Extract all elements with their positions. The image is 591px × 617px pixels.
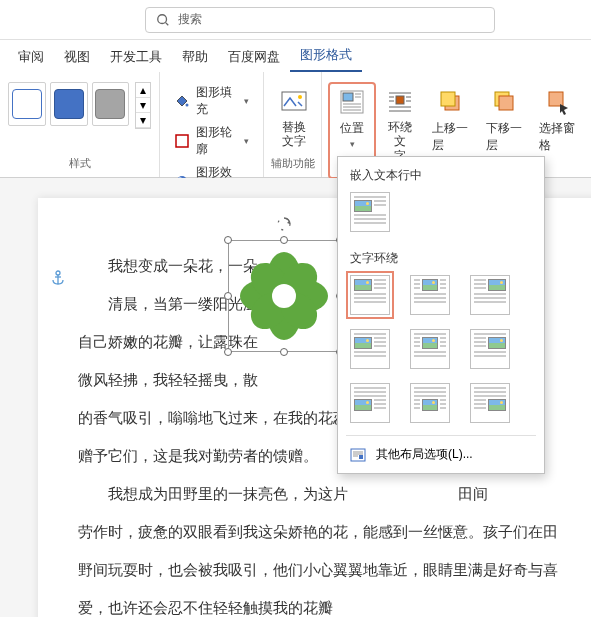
alt-text-icon bbox=[280, 88, 308, 116]
flower-shape-icon bbox=[234, 246, 334, 346]
dd-section-wrap: 文字环绕 bbox=[338, 240, 544, 275]
anchor-icon bbox=[50, 270, 66, 286]
selection-pane-icon bbox=[544, 88, 572, 116]
svg-rect-24 bbox=[441, 92, 455, 106]
resize-handle-bl[interactable] bbox=[224, 348, 232, 356]
group-label-accessibility: 辅助功能 bbox=[270, 154, 315, 173]
svg-point-2 bbox=[186, 104, 189, 107]
alt-text-button[interactable]: 替换 文字 bbox=[270, 82, 318, 153]
chevron-down-icon: ▾ bbox=[244, 96, 249, 106]
svg-point-41 bbox=[56, 271, 60, 275]
pos-bot-right[interactable] bbox=[470, 383, 510, 423]
search-icon bbox=[156, 13, 170, 27]
wrap-text-icon bbox=[386, 88, 414, 116]
shape-style-1[interactable] bbox=[8, 82, 46, 126]
svg-rect-3 bbox=[176, 135, 188, 147]
outline-icon bbox=[174, 133, 190, 149]
shape-outline-button[interactable]: 图形轮廓 ▾ bbox=[170, 122, 253, 160]
layout-dialog-icon bbox=[350, 447, 366, 463]
chevron-up-icon: ▴ bbox=[136, 83, 150, 98]
tab-shape-format[interactable]: 图形格式 bbox=[290, 40, 362, 72]
position-icon bbox=[338, 88, 366, 116]
pos-mid-center[interactable] bbox=[410, 329, 450, 369]
tab-review[interactable]: 审阅 bbox=[8, 42, 54, 72]
svg-point-7 bbox=[298, 95, 302, 99]
group-label-styles: 样式 bbox=[6, 154, 153, 173]
tab-developer[interactable]: 开发工具 bbox=[100, 42, 172, 72]
group-shape-styles: ▴ ▾ ▾ 样式 bbox=[0, 72, 160, 177]
resize-handle-t[interactable] bbox=[280, 236, 288, 244]
pos-bot-center[interactable] bbox=[410, 383, 450, 423]
chevron-down-icon: ▾ bbox=[350, 139, 355, 149]
pos-top-left[interactable] bbox=[350, 275, 390, 315]
resize-handle-b[interactable] bbox=[280, 348, 288, 356]
position-dropdown: 嵌入文本行中 文字环绕 bbox=[337, 156, 545, 474]
rotate-handle[interactable] bbox=[276, 216, 292, 232]
svg-line-1 bbox=[166, 22, 169, 25]
resize-handle-tl[interactable] bbox=[224, 236, 232, 244]
pos-inline[interactable] bbox=[350, 192, 390, 232]
shape-fill-button[interactable]: 图形填充 ▾ bbox=[170, 82, 253, 120]
title-bar: 搜索 bbox=[0, 0, 591, 40]
shape-style-gallery: ▴ ▾ ▾ bbox=[6, 76, 153, 135]
pos-bot-left[interactable] bbox=[350, 383, 390, 423]
search-input[interactable]: 搜索 bbox=[145, 7, 495, 33]
svg-rect-48 bbox=[359, 455, 363, 459]
svg-point-40 bbox=[272, 284, 296, 308]
more-layout-options[interactable]: 其他布局选项(L)... bbox=[338, 440, 544, 469]
resize-handle-l[interactable] bbox=[224, 292, 232, 300]
chevron-down-icon: ▾ bbox=[136, 98, 150, 113]
ribbon-tabs: 审阅 视图 开发工具 帮助 百度网盘 图形格式 bbox=[0, 40, 591, 72]
search-placeholder: 搜索 bbox=[178, 11, 202, 28]
bring-forward-icon bbox=[437, 88, 465, 116]
send-backward-icon bbox=[491, 88, 519, 116]
more-icon: ▾ bbox=[136, 113, 150, 128]
selected-shape[interactable] bbox=[228, 240, 340, 352]
paint-bucket-icon bbox=[174, 93, 190, 109]
pos-mid-right[interactable] bbox=[470, 329, 510, 369]
chevron-down-icon: ▾ bbox=[244, 136, 249, 146]
svg-rect-18 bbox=[396, 96, 404, 104]
gallery-more-button[interactable]: ▴ ▾ ▾ bbox=[135, 82, 151, 129]
group-accessibility: 替换 文字 辅助功能 bbox=[264, 72, 322, 177]
dd-section-inline: 嵌入文本行中 bbox=[338, 157, 544, 192]
pos-mid-left[interactable] bbox=[350, 329, 390, 369]
svg-rect-26 bbox=[499, 96, 513, 110]
svg-rect-6 bbox=[282, 92, 306, 110]
svg-point-0 bbox=[158, 14, 167, 23]
shape-style-2[interactable] bbox=[50, 82, 88, 126]
shape-style-3[interactable] bbox=[92, 82, 130, 126]
pos-top-right[interactable] bbox=[470, 275, 510, 315]
tab-view[interactable]: 视图 bbox=[54, 42, 100, 72]
tab-help[interactable]: 帮助 bbox=[172, 42, 218, 72]
svg-rect-9 bbox=[343, 93, 353, 101]
separator bbox=[346, 435, 536, 436]
pos-top-center[interactable] bbox=[410, 275, 450, 315]
group-shape-format: 图形填充 ▾ 图形轮廓 ▾ 图形效果 ▾ bbox=[160, 72, 264, 177]
svg-rect-27 bbox=[549, 92, 563, 106]
tab-baidu[interactable]: 百度网盘 bbox=[218, 42, 290, 72]
